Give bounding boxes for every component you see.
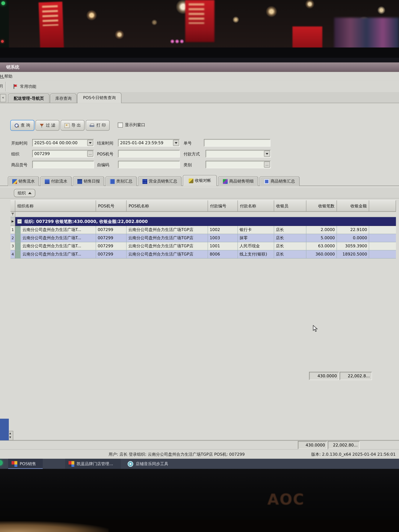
pay-method-dropdown-icon[interactable]: [264, 151, 270, 157]
document-tabstrip: « 配送管理-导航页 库存查询 POS今日销售查询: [0, 92, 399, 103]
end-time-dropdown-icon[interactable]: [173, 140, 179, 146]
common-functions-button[interactable]: 常用功能: [10, 81, 39, 92]
screen: 销系统 H.帮助 月 常用功能 « 配送管理-导航页 库存查询 POS今日销售查…: [0, 58, 399, 469]
query-button[interactable]: 查 询: [11, 120, 34, 131]
flag-icon: [13, 84, 18, 89]
category-picker-icon[interactable]: …: [264, 162, 270, 168]
subtab-item-sales-summary[interactable]: 商品销售汇总: [260, 176, 300, 186]
tab-scroll-left-button[interactable]: «: [0, 94, 6, 102]
start-time-dropdown-icon[interactable]: [87, 140, 93, 146]
tab-pos-today-sales[interactable]: POS今日销售查询: [77, 93, 121, 103]
sales-flow-icon: [12, 179, 17, 184]
taskbar-item-store-manager[interactable]: 凯蓝品牌门店管理...: [65, 459, 121, 469]
subtab-item-sales-detail[interactable]: 商品销售明细: [218, 176, 258, 186]
doc-no-label: 单号: [184, 139, 192, 147]
subtab-daily-sales[interactable]: 销售日报: [73, 176, 104, 186]
tab-inventory-query[interactable]: 库存查询: [50, 94, 77, 103]
category-summary-icon: [110, 179, 114, 184]
photo-scene: 销系统 H.帮助 月 常用功能 « 配送管理-导航页 库存查询 POS今日销售查…: [0, 0, 399, 532]
group-summary-text: 组织: 007299 收银笔数:430.0000, 收银金额:22,002.80…: [25, 217, 148, 226]
current-row-marker: ▶: [11, 217, 15, 226]
grid-header-row: 组织名称 POS机号 POS机名称 付款编号 付款名称 收银员 收银笔数 收银金…: [11, 200, 396, 212]
col-header-pay-code[interactable]: 付款编号: [208, 200, 238, 212]
org-input[interactable]: 007299 …: [32, 150, 94, 158]
monitor-bezel: AOC: [0, 469, 399, 520]
show-columns-option: 显示列窗口: [118, 122, 145, 128]
funnel-icon: [11, 213, 14, 215]
table-row[interactable]: 3 云南分公司盘州合力生活广场T... 007299 云南分公司盘州合力生活广场…: [11, 242, 396, 250]
col-header-cashier[interactable]: 收银员: [274, 200, 306, 212]
header-gutter: [11, 200, 15, 212]
total-count-box: 430.0000: [309, 372, 339, 380]
mouse-cursor: [313, 325, 318, 332]
export-icon: [64, 123, 70, 128]
taskbar-item-pos-sales[interactable]: POS销售: [8, 459, 43, 469]
monitor: 销系统 H.帮助 月 常用功能 « 配送管理-导航页 库存查询 POS今日销售查…: [0, 47, 399, 520]
tab-delivery-nav[interactable]: 配送管理-导航页: [8, 94, 50, 103]
filter-button[interactable]: 过 滤: [36, 120, 59, 131]
status-sum-count: 430.0000: [298, 441, 327, 449]
doc-no-input[interactable]: [204, 139, 270, 147]
group-by-org-chip[interactable]: 组织: [14, 189, 35, 197]
table-row[interactable]: 2 云南分公司盘州合力生活广场T... 007299 云南分公司盘州合力生活广场…: [11, 234, 396, 242]
grid-totals-row: 430.0000 22,002.8...: [309, 372, 372, 380]
subtab-clerk-sales-summary[interactable]: 营业员销售汇总: [138, 176, 182, 186]
filter-row-funnel[interactable]: [11, 212, 15, 217]
session-status-bar: 用户: 店长 登录组织: 云南分公司盘州合力生活广场TGP店 POS机: 007…: [0, 449, 399, 459]
col-header-count[interactable]: 收银笔数: [306, 200, 337, 212]
subtab-sales-flow[interactable]: 销售流水: [8, 176, 39, 186]
start-time-input[interactable]: 2025-01-04 00:00:00: [32, 139, 94, 147]
desk-surface: [0, 520, 399, 532]
menu-item-help[interactable]: H.帮助: [0, 72, 16, 81]
red-poster: [292, 26, 322, 50]
green-led: [1, 1, 5, 5]
window-titlebar: 销系统: [0, 63, 399, 72]
subtab-category-summary[interactable]: 类别汇总: [106, 176, 137, 186]
export-button[interactable]: 导 出: [61, 120, 84, 131]
daily-sales-icon: [77, 179, 82, 184]
group-indent-cell: [15, 242, 21, 250]
col-header-pos-no[interactable]: POS机号: [96, 200, 127, 212]
group-indent-cell: [15, 234, 21, 242]
pos-no-input[interactable]: [118, 150, 180, 158]
menu-bar: H.帮助: [0, 72, 399, 81]
clerk-sales-icon: [142, 179, 147, 184]
group-indent-cell: [15, 250, 21, 259]
item-no-input[interactable]: [32, 161, 94, 168]
category-input[interactable]: …: [206, 161, 271, 168]
start-time-label: 开始时间: [11, 139, 27, 147]
col-header-pos-name[interactable]: POS机名称: [127, 200, 208, 212]
col-header-org-name[interactable]: 组织名称: [15, 200, 96, 212]
red-poster: [38, 2, 64, 49]
subtab-payment-flow[interactable]: 付款流水: [40, 176, 72, 186]
magnifier-icon: [15, 123, 19, 127]
pay-method-label: 付款方式: [184, 150, 200, 158]
table-row[interactable]: 4 云南分公司盘州合力生活广场T... 007299 云南分公司盘州合力生活广场…: [11, 250, 396, 259]
subtab-cashier-reconciliation[interactable]: 收银对帐: [183, 175, 217, 186]
category-label: 类别: [184, 161, 192, 169]
custom-code-input[interactable]: [118, 161, 180, 168]
org-label: 组织: [11, 150, 19, 158]
org-picker-icon[interactable]: …: [87, 151, 93, 157]
total-amount-box: 22,002.8...: [340, 372, 372, 380]
summary-status-bar: 430.0000 22,002.80...: [0, 440, 399, 450]
taskbar-item-music-sync[interactable]: 店铺音乐同步工具: [124, 459, 178, 469]
results-grid: 组织名称 POS机号 POS机名称 付款编号 付款名称 收银员 收银笔数 收银金…: [11, 200, 396, 259]
col-header-amount[interactable]: 收银金额: [337, 200, 369, 212]
table-row[interactable]: 1 云南分公司盘州合力生活广场T... 007299 云南分公司盘州合力生活广场…: [11, 226, 396, 234]
cropped-menu-text: 月: [0, 83, 3, 89]
version-info: 版本: 2.0.130.0_x64 2025-01-04 21:56:01: [311, 450, 396, 459]
printer-icon: [90, 123, 94, 127]
print-button[interactable]: 打 印: [86, 120, 110, 131]
end-time-input[interactable]: 2025-01-04 23:59:59: [118, 139, 180, 147]
show-columns-checkbox[interactable]: [118, 122, 123, 127]
filter-icon: [40, 123, 44, 127]
monitor-brand-logo: AOC: [267, 491, 305, 508]
pos-app-icon: [12, 461, 17, 467]
collapse-group-icon[interactable]: −: [17, 219, 22, 223]
red-led: [1, 40, 4, 43]
col-header-pay-name[interactable]: 付款名称: [238, 200, 274, 212]
col-header-filler: [369, 200, 396, 212]
pay-method-select[interactable]: [206, 150, 271, 158]
group-summary-row[interactable]: ▶ − 组织: 007299 收银笔数:430.0000, 收银金额:22,00…: [11, 217, 396, 226]
